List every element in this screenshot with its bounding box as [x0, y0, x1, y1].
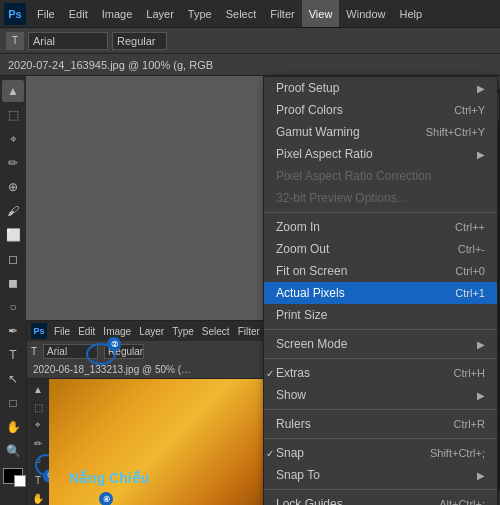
tool-heal[interactable]: ⊕ [2, 176, 24, 198]
nested-menu-filter[interactable]: Filter [234, 326, 264, 337]
nested-text-overlay: Nắng Chiều ④ [69, 470, 149, 486]
tool-path-select[interactable]: ↖ [2, 368, 24, 390]
nested-menu-select[interactable]: Select [198, 326, 234, 337]
font-style-dropdown[interactable]: Regular [112, 32, 167, 50]
separator-3 [264, 358, 497, 359]
menu-item-rulers[interactable]: Rulers Ctrl+R [264, 413, 497, 435]
show-arrow: ▶ [477, 390, 485, 401]
tool-pen[interactable]: ✒ [2, 320, 24, 342]
main-area: ▲ ⬚ ⌖ ✏ ⊕ 🖌 ⬜ ◻ ◼ ○ ✒ T ↖ □ ✋ 🔍 Ps File … [0, 76, 500, 505]
menu-view[interactable]: View [302, 0, 340, 27]
menu-item-gamut-warning[interactable]: Gamut Warning Shift+Ctrl+Y [264, 121, 497, 143]
print-size-label: Print Size [276, 308, 327, 322]
fit-on-screen-label: Fit on Screen [276, 264, 347, 278]
show-label: Show [276, 388, 306, 402]
menu-filter[interactable]: Filter [263, 0, 301, 27]
nested-text-tool-icon: T [31, 346, 37, 357]
tool-clone[interactable]: ⬜ [2, 224, 24, 246]
nested-tool-select[interactable]: ⬚ [29, 400, 47, 416]
menu-item-zoom-in[interactable]: Zoom In Ctrl++ [264, 216, 497, 238]
separator-1 [264, 212, 497, 213]
nested-tool-hand[interactable]: ✋ [29, 490, 47, 505]
menu-item-print-size[interactable]: Print Size [264, 304, 497, 326]
screen-mode-label: Screen Mode [276, 337, 347, 351]
screen-mode-arrow: ▶ [477, 339, 485, 350]
extras-label: Extras [276, 366, 310, 380]
tool-text[interactable]: T [2, 344, 24, 366]
nested-options-bar: T Arial ② Regular [27, 341, 285, 361]
menu-item-snap-to[interactable]: Snap To ▶ [264, 464, 497, 486]
tool-dodge[interactable]: ○ [2, 296, 24, 318]
menu-type[interactable]: Type [181, 0, 219, 27]
nested-menu-edit[interactable]: Edit [74, 326, 99, 337]
menu-item-show[interactable]: Show ▶ [264, 384, 497, 406]
menu-item-fit-on-screen[interactable]: Fit on Screen Ctrl+0 [264, 260, 497, 282]
annotation-label-2: ② [107, 337, 121, 351]
nested-menu-bar: File Edit Image Layer Type Select Filter [50, 326, 264, 337]
font-name-dropdown[interactable]: Arial [28, 32, 108, 50]
nested-tool-move[interactable]: ▲ [29, 382, 47, 398]
menu-item-actual-pixels[interactable]: Actual Pixels Ctrl+1 [264, 282, 497, 304]
pixel-aspect-ratio-arrow: ▶ [477, 149, 485, 160]
nested-doc-tab[interactable]: 2020-06-18_133213.jpg @ 50% (… [27, 361, 285, 379]
menu-file[interactable]: File [30, 0, 62, 27]
32bit-preview-label: 32-bit Preview Options... [276, 191, 407, 205]
tool-move[interactable]: ▲ [2, 80, 24, 102]
tool-eraser[interactable]: ◻ [2, 248, 24, 270]
snap-label: Snap [276, 446, 304, 460]
nested-menu-file[interactable]: File [50, 326, 74, 337]
gamut-warning-label: Gamut Warning [276, 125, 360, 139]
menu-item-lock-guides[interactable]: Lock Guides Alt+Ctrl+; [264, 493, 497, 505]
separator-2 [264, 329, 497, 330]
nested-menu-layer[interactable]: Layer [135, 326, 168, 337]
menu-layer[interactable]: Layer [139, 0, 181, 27]
menu-help[interactable]: Help [392, 0, 429, 27]
tool-gradient[interactable]: ◼ [2, 272, 24, 294]
foreground-color[interactable] [3, 468, 23, 484]
lock-guides-shortcut: Alt+Ctrl+; [439, 498, 485, 505]
menu-item-screen-mode[interactable]: Screen Mode ▶ [264, 333, 497, 355]
tool-lasso[interactable]: ⬚ [2, 104, 24, 126]
tool-eyedropper[interactable]: ✏ [2, 152, 24, 174]
proof-colors-shortcut: Ctrl+Y [454, 104, 485, 116]
nested-font-dropdown[interactable]: Arial [43, 344, 98, 359]
menu-item-proof-colors[interactable]: Proof Colors Ctrl+Y [264, 99, 497, 121]
nested-tool-draw[interactable]: ✏ [29, 435, 47, 451]
actual-pixels-label: Actual Pixels [276, 286, 345, 300]
nested-menu-image[interactable]: Image [99, 326, 135, 337]
separator-5 [264, 438, 497, 439]
menu-item-pixel-aspect-ratio[interactable]: Pixel Aspect Ratio ▶ [264, 143, 497, 165]
menu-item-snap[interactable]: ✓ Snap Shift+Ctrl+; [264, 442, 497, 464]
nested-tool-brush[interactable]: ○ [29, 453, 47, 469]
nested-tool-crop[interactable]: ⌖ [29, 417, 47, 433]
options-bar: T Arial Regular [0, 28, 500, 54]
snap-checkmark: ✓ [266, 448, 274, 459]
zoom-in-shortcut: Ctrl++ [455, 221, 485, 233]
lock-guides-label: Lock Guides [276, 497, 343, 505]
menu-select[interactable]: Select [219, 0, 264, 27]
pixel-aspect-correction-label: Pixel Aspect Ratio Correction [276, 169, 431, 183]
tool-hand[interactable]: ✋ [2, 416, 24, 438]
proof-colors-label: Proof Colors [276, 103, 343, 117]
menu-window[interactable]: Window [339, 0, 392, 27]
menu-item-zoom-out[interactable]: Zoom Out Ctrl+- [264, 238, 497, 260]
actual-pixels-shortcut: Ctrl+1 [455, 287, 485, 299]
nested-menu-type[interactable]: Type [168, 326, 198, 337]
menu-item-extras[interactable]: ✓ Extras Ctrl+H [264, 362, 497, 384]
extras-checkmark: ✓ [266, 368, 274, 379]
menu-item-proof-setup[interactable]: Proof Setup ▶ [264, 77, 497, 99]
tool-zoom[interactable]: 🔍 [2, 440, 24, 462]
document-tab[interactable]: 2020-07-24_163945.jpg @ 100% (g, RGB [0, 54, 500, 76]
menu-item-pixel-aspect-correction: Pixel Aspect Ratio Correction [264, 165, 497, 187]
tool-crop[interactable]: ⌖ [2, 128, 24, 150]
toolbox: ▲ ⬚ ⌖ ✏ ⊕ 🖌 ⬜ ◻ ◼ ○ ✒ T ↖ □ ✋ 🔍 [0, 76, 26, 505]
menu-image[interactable]: Image [95, 0, 140, 27]
gamut-warning-shortcut: Shift+Ctrl+Y [426, 126, 485, 138]
nested-ps-logo: Ps [31, 323, 47, 339]
nested-canvas: Nắng Chiều ④ [49, 379, 285, 505]
menu-edit[interactable]: Edit [62, 0, 95, 27]
tool-shape[interactable]: □ [2, 392, 24, 414]
nested-doc-tab-label: 2020-06-18_133213.jpg @ 50% (… [33, 364, 191, 375]
extras-shortcut: Ctrl+H [454, 367, 485, 379]
tool-brush[interactable]: 🖌 [2, 200, 24, 222]
